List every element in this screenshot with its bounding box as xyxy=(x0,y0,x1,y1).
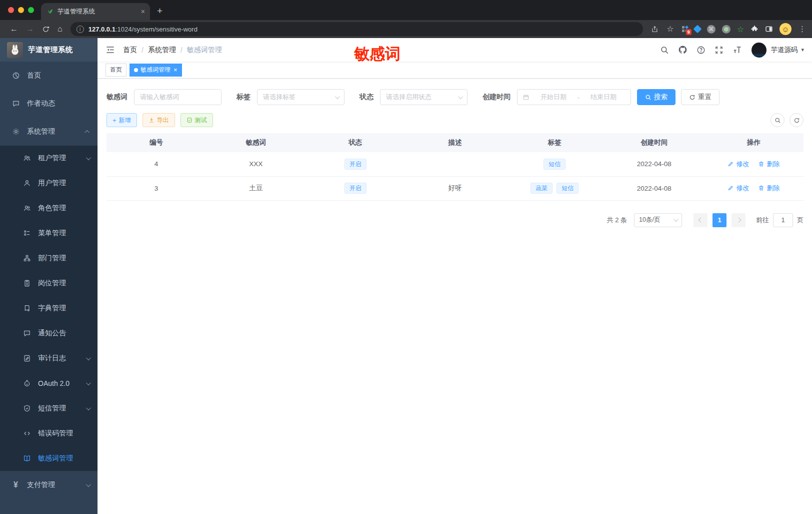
plus-icon: + xyxy=(112,117,116,124)
extension-puzzle-icon[interactable] xyxy=(750,25,758,33)
status-select[interactable]: 请选择启用状态 xyxy=(380,89,468,105)
org-icon xyxy=(22,254,32,262)
macos-traffic-lights[interactable] xyxy=(8,7,34,13)
extension-command-icon[interactable]: ⌘ xyxy=(707,25,716,34)
cell-operations: 修改删除 xyxy=(704,152,804,176)
sidebar-item-label: 通知公告 xyxy=(38,329,66,338)
url-host: 127.0.0.1 xyxy=(88,26,116,33)
sidebar-item-tree[interactable]: 菜单管理 xyxy=(0,221,98,246)
toggle-search-icon[interactable] xyxy=(770,113,784,127)
search-icon[interactable] xyxy=(660,46,669,55)
sidebar-fold-icon[interactable] xyxy=(106,45,115,55)
sidebar-item-users[interactable]: 租户管理 xyxy=(0,146,98,171)
browser-profile-avatar[interactable]: ☺ xyxy=(780,23,792,35)
reload-icon[interactable] xyxy=(42,26,50,33)
users-icon xyxy=(22,154,32,162)
column-header: 编号 xyxy=(106,133,206,152)
close-icon[interactable]: × xyxy=(174,66,178,74)
sidebar-item-user[interactable]: 用户管理 xyxy=(0,171,98,196)
cell-word: 土豆 xyxy=(206,176,306,200)
edit-link[interactable]: 修改 xyxy=(728,160,749,169)
extension-gem-icon[interactable] xyxy=(694,26,700,32)
browser-menu-icon[interactable]: ⋮ xyxy=(798,25,806,34)
extension-grid-icon[interactable]: 9 xyxy=(682,26,688,32)
side-panel-icon[interactable] xyxy=(765,25,773,33)
export-button[interactable]: 导出 xyxy=(142,113,175,127)
tab-close-icon[interactable]: × xyxy=(141,8,145,16)
bookmark-star-icon[interactable]: ☆ xyxy=(666,25,674,33)
font-size-icon[interactable] xyxy=(732,45,742,55)
tags-view-tab[interactable]: 敏感词管理× xyxy=(130,64,182,77)
start-date-placeholder: 开始日期 xyxy=(532,93,576,102)
chevron-down-icon xyxy=(86,355,91,360)
delete-link[interactable]: 删除 xyxy=(758,160,780,169)
column-header: 状态 xyxy=(306,133,405,152)
sidebar-item-message[interactable]: 作者动态 xyxy=(0,90,98,118)
sidebar-item-label: 字典管理 xyxy=(38,304,66,313)
sidebar-item-label: 错误码管理 xyxy=(38,429,73,438)
back-icon[interactable]: ← xyxy=(10,25,18,33)
test-button[interactable]: 测试 xyxy=(180,113,213,127)
date-range-picker[interactable]: 开始日期 - 结束日期 xyxy=(517,89,631,105)
site-info-icon[interactable]: i xyxy=(76,26,84,33)
cell-create-time: 2022-04-08 xyxy=(604,176,704,200)
sidebar-item-label: 首页 xyxy=(27,71,41,80)
sidebar-item-label: 用户管理 xyxy=(38,179,66,188)
share-icon[interactable] xyxy=(651,26,658,33)
edit-link[interactable]: 修改 xyxy=(728,184,749,193)
tags-view-tab[interactable]: 首页 xyxy=(106,64,126,77)
tag-select[interactable]: 请选择标签 xyxy=(257,89,344,105)
user-caret-icon[interactable]: ▾ xyxy=(801,47,804,53)
current-page-button[interactable]: 1 xyxy=(712,213,726,227)
gear-icon xyxy=(11,128,20,136)
sidebar-item-robot[interactable]: OAuth 2.0 xyxy=(0,371,98,396)
sidebar-item-shield[interactable]: 短信管理 xyxy=(0,396,98,421)
browser-tab-strip: 芋道管理系统 × + xyxy=(0,0,812,20)
sidebar-item-yen[interactable]: ¥支付管理 xyxy=(0,471,98,499)
extension-star-icon[interactable]: ☆ xyxy=(737,25,744,34)
sidebar-item-log[interactable]: 审计日志 xyxy=(0,346,98,371)
sidebar-item-role[interactable]: 角色管理 xyxy=(0,196,98,221)
sidebar-item-dashboard[interactable]: 首页 xyxy=(0,62,98,90)
page-header: 首页/系统管理/敏感词管理 敏感词 芋道源码 ▾ xyxy=(98,38,812,62)
reset-button[interactable]: 重置 xyxy=(681,89,720,105)
sidebar-item-org[interactable]: 部门管理 xyxy=(0,246,98,271)
sidebar-item-gear[interactable]: 系统管理 xyxy=(0,118,98,146)
cell-operations: 修改删除 xyxy=(704,176,804,200)
close-window-button[interactable] xyxy=(8,7,14,13)
prev-page-button[interactable] xyxy=(694,213,708,227)
sidebar-item-label: 岗位管理 xyxy=(38,279,66,288)
delete-link[interactable]: 删除 xyxy=(758,184,780,193)
user-avatar[interactable] xyxy=(752,43,766,58)
username[interactable]: 芋道源码 xyxy=(770,46,798,55)
fullscreen-icon[interactable] xyxy=(714,46,724,55)
sidebar-item-openbook[interactable]: 敏感词管理 xyxy=(0,446,98,471)
help-icon[interactable] xyxy=(696,46,706,55)
breadcrumb-item[interactable]: 系统管理 xyxy=(148,46,176,55)
add-button[interactable]: + 新增 xyxy=(106,113,137,127)
extension-recorder-icon[interactable] xyxy=(722,25,730,34)
sidebar-item-badge[interactable]: 岗位管理 xyxy=(0,271,98,296)
search-button[interactable]: 搜索 xyxy=(637,89,676,105)
trash-icon xyxy=(758,185,764,191)
forward-icon[interactable]: → xyxy=(26,25,34,33)
refresh-table-icon[interactable] xyxy=(790,113,804,127)
sidebar-item-book[interactable]: 字典管理 xyxy=(0,296,98,321)
keyword-input[interactable]: 请输入敏感词 xyxy=(134,89,222,105)
address-bar[interactable]: i 127.0.0.1:1024/system/sensitive-word xyxy=(70,22,644,36)
pagination: 共 2 条 10条/页 1 前往 1 页 xyxy=(106,213,804,227)
tree-icon xyxy=(22,229,32,237)
home-icon[interactable]: ⌂ xyxy=(58,25,62,33)
page-size-select[interactable]: 10条/页 xyxy=(634,213,682,227)
sidebar-logo[interactable]: 芋道管理系统 xyxy=(0,38,98,62)
github-icon[interactable] xyxy=(678,45,688,55)
new-tab-button[interactable]: + xyxy=(157,6,162,17)
sidebar-item-code[interactable]: 错误码管理 xyxy=(0,421,98,446)
minimize-window-button[interactable] xyxy=(18,7,24,13)
next-page-button[interactable] xyxy=(732,213,746,227)
goto-page-input[interactable]: 1 xyxy=(773,213,793,227)
breadcrumb-item[interactable]: 首页 xyxy=(123,46,137,55)
zoom-window-button[interactable] xyxy=(28,7,34,13)
sidebar-item-chat[interactable]: 通知公告 xyxy=(0,321,98,346)
browser-tab[interactable]: 芋道管理系统 × xyxy=(41,3,150,20)
